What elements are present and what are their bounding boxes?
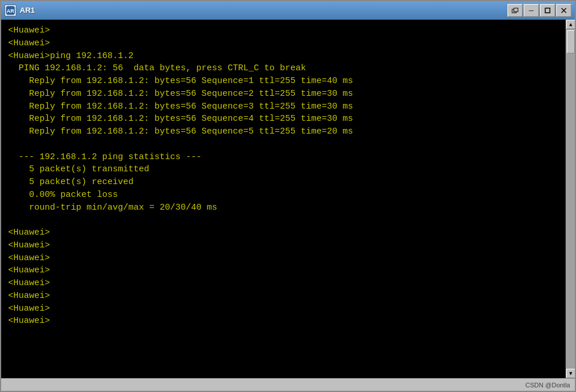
terminal-output[interactable]: <Huawei> <Huawei> <Huawei>ping 192.168.1…	[1, 20, 566, 378]
svg-rect-4	[545, 8, 550, 13]
window-title: AR1	[20, 6, 35, 15]
content-area: <Huawei> <Huawei> <Huawei>ping 192.168.1…	[1, 20, 575, 378]
terminal-text: <Huawei> <Huawei> <Huawei>ping 192.168.1…	[8, 24, 559, 328]
maximize-button[interactable]	[540, 4, 555, 17]
main-window: AR AR1 ─	[0, 0, 576, 392]
minimize-button[interactable]: ─	[524, 4, 539, 17]
close-button[interactable]	[556, 4, 571, 17]
scrollbar[interactable]: ▲ ▼	[566, 20, 575, 378]
svg-text:AR: AR	[7, 8, 15, 14]
scroll-track	[566, 29, 575, 369]
titlebar: AR AR1 ─	[1, 1, 575, 20]
scroll-thumb[interactable]	[567, 30, 575, 53]
titlebar-left: AR AR1	[5, 5, 35, 16]
scroll-down-button[interactable]: ▼	[566, 369, 575, 378]
scroll-up-button[interactable]: ▲	[566, 20, 575, 29]
statusbar: CSDN @Dontla	[1, 378, 575, 391]
window-controls: ─	[507, 4, 571, 17]
statusbar-text: CSDN @Dontla	[525, 382, 570, 389]
svg-rect-3	[514, 8, 518, 12]
window-icon: AR	[5, 5, 16, 16]
restore-button[interactable]	[507, 4, 523, 17]
